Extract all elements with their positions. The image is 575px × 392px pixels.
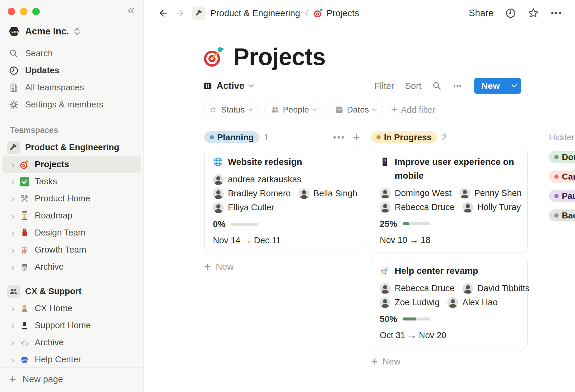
sidebar-item-search[interactable]: Search (2, 45, 141, 62)
sidebar-item-archive-cx[interactable]: › Archive (2, 334, 141, 351)
back-arrow-icon[interactable] (158, 8, 168, 18)
sidebar-item-cx-home[interactable]: › CX Home (2, 300, 141, 317)
sidebar-item-help-center[interactable]: › ACME Help Center (2, 351, 141, 368)
chevron-right-icon[interactable]: › (9, 160, 17, 169)
sidebar-item-support-home[interactable]: › Support Home (2, 317, 141, 334)
sidebar-item-product-home[interactable]: › Product Home (2, 190, 141, 207)
target-icon (203, 46, 225, 68)
chevron-right-icon[interactable]: › (9, 304, 17, 313)
avatar (447, 297, 458, 308)
card-dates: Nov 10 → 18 (380, 235, 519, 245)
wastebasket-icon (20, 262, 30, 272)
card-improve-mobile-ux[interactable]: Improve user experience on mobile Doming… (371, 149, 528, 253)
sidebar-space-product-engineering[interactable]: Product & Engineering (2, 139, 141, 156)
sidebar-item-tasks[interactable]: › Tasks (2, 173, 141, 190)
breadcrumb-space[interactable]: Product & Engineering (210, 8, 300, 18)
chevron-down-icon[interactable] (507, 78, 521, 94)
sidebar: « ACME Acme Inc. Search Updates All team (0, 0, 144, 392)
sidebar-item-updates[interactable]: Updates (2, 62, 141, 79)
status-pill-in-progress[interactable]: In Progress (371, 131, 437, 143)
sidebar-item-all-teamspaces[interactable]: All teamspaces (2, 79, 141, 96)
chevron-right-icon[interactable]: › (9, 177, 17, 186)
zoom-window-button[interactable] (32, 8, 40, 15)
toolbar-divider (203, 99, 575, 99)
chevron-right-icon[interactable]: › (9, 245, 17, 255)
chevron-right-icon[interactable]: › (9, 321, 17, 330)
column-new-button[interactable]: + New (204, 261, 360, 272)
sidebar-collapse-icon[interactable]: « (128, 4, 134, 16)
avatar (462, 202, 473, 213)
share-button[interactable]: Share (469, 8, 494, 19)
column-new-button[interactable]: + New (371, 356, 528, 367)
favorite-star-icon[interactable] (528, 7, 539, 19)
chevron-right-icon[interactable]: › (9, 355, 17, 364)
sidebar-nav: Search Updates All teamspaces Settings &… (0, 45, 143, 113)
sort-button[interactable]: Sort (405, 81, 421, 91)
column-header: Planning 1 ••• + (204, 131, 360, 143)
people-filter-chip[interactable]: People (264, 103, 323, 117)
forward-arrow-icon[interactable] (175, 8, 186, 18)
new-button[interactable]: New (474, 78, 521, 94)
column-count: 2 (442, 133, 447, 142)
chevron-right-icon[interactable]: › (9, 194, 17, 203)
column-add-icon[interactable]: + (353, 131, 360, 143)
add-filter-button[interactable]: + Add filter (391, 104, 435, 115)
more-options-icon[interactable] (550, 7, 562, 19)
status-dot (554, 194, 559, 198)
view-toolbar: Active Filter Sort New (203, 77, 521, 95)
hammer-wrench-icon (20, 194, 30, 203)
page-title[interactable]: Projects (233, 43, 326, 71)
people-icon (271, 106, 279, 114)
plus-icon: + (9, 373, 16, 385)
chevron-down-icon (373, 108, 377, 111)
status-pill-canceled[interactable]: Canceled (549, 171, 575, 183)
chevron-right-icon[interactable]: › (9, 338, 17, 347)
sidebar-item-design-team[interactable]: › Design Team (2, 224, 141, 241)
history-clock-icon[interactable] (505, 7, 516, 19)
view-tab-active[interactable]: Active (203, 80, 254, 91)
status-pill-paused[interactable]: Paused (549, 190, 575, 202)
breadcrumb-space-icon[interactable] (192, 7, 205, 20)
kanban-board: Planning 1 ••• + Website redesign (204, 131, 575, 367)
filter-button[interactable]: Filter (374, 81, 394, 91)
more-options-icon[interactable] (453, 81, 462, 91)
progress-bar (402, 222, 430, 225)
card-website-redesign[interactable]: Website redesign andrea zarkauskas Bradl… (204, 149, 360, 253)
breadcrumb-page[interactable]: Projects (327, 8, 359, 18)
chevron-right-icon[interactable]: › (9, 211, 17, 221)
sidebar-space-cx-support[interactable]: CX & Support (2, 283, 141, 300)
board-view-icon (203, 81, 212, 91)
card-title: Help center revamp (395, 264, 478, 278)
status-filter-chip[interactable]: Status (203, 103, 259, 117)
dates-filter-chip[interactable]: Dates (329, 103, 383, 117)
close-window-button[interactable] (8, 8, 15, 15)
sidebar-item-archive-pe[interactable]: › Archive (2, 258, 141, 275)
mobile-phone-icon (380, 157, 390, 183)
card-help-center-revamp[interactable]: Help center revamp Rebecca Druce David T… (371, 258, 528, 348)
top-actions: Share (469, 7, 562, 19)
column-header: In Progress 2 (371, 131, 528, 143)
sidebar-item-growth-team[interactable]: › Growth Team (2, 241, 141, 258)
chevron-right-icon[interactable]: › (9, 228, 17, 238)
sidebar-item-settings[interactable]: Settings & members (2, 96, 141, 113)
status-burst-icon (209, 106, 217, 114)
card-title: Website redesign (228, 155, 302, 169)
chevron-down-icon (248, 108, 253, 111)
chevron-right-icon[interactable]: › (9, 262, 17, 272)
column-more-icon[interactable]: ••• (333, 132, 345, 142)
minimize-window-button[interactable] (20, 8, 28, 15)
status-pill-planning[interactable]: Planning (204, 131, 259, 143)
plus-icon: + (391, 104, 397, 115)
card-title-row: Improve user experience on mobile (380, 155, 519, 183)
search-icon[interactable] (432, 81, 442, 91)
avatar (380, 202, 391, 213)
avatar (459, 188, 470, 199)
sidebar-item-projects[interactable]: › Projects (2, 156, 141, 173)
card-title: Improve user experience on mobile (395, 155, 519, 183)
new-page-button[interactable]: + New page (0, 370, 152, 388)
sidebar-item-roadmap[interactable]: › Roadmap (2, 207, 141, 224)
workspace-switcher[interactable]: ACME Acme Inc. (8, 25, 81, 38)
status-pill-backlog[interactable]: Backlog (549, 209, 575, 221)
status-pill-done[interactable]: Done (549, 151, 575, 163)
check-icon (20, 177, 30, 186)
